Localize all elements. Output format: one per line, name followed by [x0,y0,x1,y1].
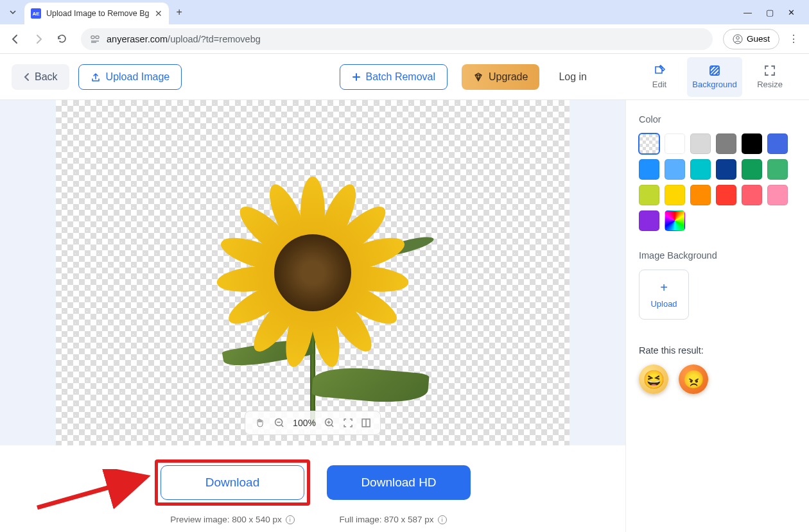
browser-menu-button[interactable]: ⋮ [785,30,803,48]
tab-title: Upload Image to Remove Bg [46,9,150,18]
info-icon[interactable]: i [286,515,295,524]
tab-background-label: Background [692,80,736,89]
close-window-button[interactable]: ✕ [788,8,795,17]
color-swatch[interactable] [716,185,736,205]
full-size-info: Full image: 870 x 587 px i [321,515,465,524]
result-image [56,100,570,445]
image-bg-section-label: Image Background [639,250,796,261]
svg-point-3 [736,36,740,39]
info-icon[interactable]: i [438,515,447,524]
tab-search-dropdown[interactable] [5,4,21,20]
tab-edit[interactable]: Edit [632,57,687,97]
upload-label: Upload Image [106,71,170,83]
compare-button[interactable] [361,418,371,428]
address-bar[interactable]: anyeraser.com/upload/?td=removebg [81,28,713,50]
batch-label: Batch Removal [366,71,436,83]
back-label: Back [35,71,58,83]
pan-tool-button[interactable] [254,417,266,429]
color-swatch[interactable] [639,159,659,180]
download-button[interactable]: Download [161,465,304,500]
window-controls: — ▢ ✕ [744,8,804,17]
color-swatch[interactable] [665,159,685,180]
main-area: 100% Download Download HD Preview image:… [0,100,809,532]
edit-icon [653,64,666,77]
color-grid [639,133,796,231]
rate-happy-button[interactable]: 😆 [639,365,668,394]
svg-rect-1 [96,36,99,39]
upload-background-tile[interactable]: + Upload [639,270,689,320]
preview-size-info: Preview image: 800 x 540 px i [161,515,304,524]
browser-titlebar: AE Upload Image to Remove Bg ✕ + — ▢ ✕ [0,0,809,24]
color-swatch[interactable] [690,159,711,180]
svg-rect-0 [91,36,94,39]
rate-label: Rate this result: [639,345,796,356]
batch-removal-button[interactable]: Batch Removal [340,64,448,90]
zoom-in-button[interactable] [324,417,335,429]
color-swatch[interactable] [665,185,685,205]
image-canvas[interactable]: 100% [56,100,570,445]
minimize-button[interactable]: — [744,8,752,17]
color-swatch[interactable] [639,185,659,205]
color-swatch[interactable] [716,133,736,154]
profile-label: Guest [747,34,770,44]
color-swatch[interactable] [767,185,788,205]
upgrade-button[interactable]: Upgrade [462,64,539,90]
color-section-label: Color [639,114,796,124]
url-text: anyeraser.com/upload/?td=removebg [107,34,261,44]
browser-toolbar: anyeraser.com/upload/?td=removebg Guest … [0,24,809,54]
color-swatch[interactable] [767,133,788,154]
color-swatch[interactable] [742,133,762,154]
site-settings-icon[interactable] [90,34,100,44]
color-swatch[interactable] [690,185,711,205]
nav-back-button[interactable] [6,30,24,48]
tab-resize[interactable]: Resize [742,57,797,97]
zoom-out-button[interactable] [274,417,285,429]
upgrade-label: Upgrade [489,71,528,83]
tab-close-button[interactable]: ✕ [155,8,162,19]
favicon-icon: AE [31,8,41,19]
rate-angry-button[interactable]: 😠 [679,365,708,394]
back-button[interactable]: Back [12,64,69,90]
tab-resize-label: Resize [757,80,783,89]
color-swatch[interactable] [742,159,762,180]
download-hd-button[interactable]: Download HD [327,465,471,500]
tab-edit-label: Edit [652,80,666,89]
rating-row: 😆 😠 [639,365,796,394]
color-swatch[interactable] [639,210,659,231]
app-header: Back Upload Image Batch Removal Upgrade … [0,54,809,100]
color-swatch[interactable] [716,159,736,180]
color-swatch[interactable] [665,210,685,231]
sidebar: Color Image Background + Upload Rate thi… [625,100,809,532]
diamond-icon [473,72,483,82]
nav-forward-button[interactable] [30,30,48,48]
plus-icon: + [660,280,668,295]
login-link[interactable]: Log in [559,71,587,83]
resize-icon [763,64,776,77]
zoom-value: 100% [293,418,316,428]
maximize-button[interactable]: ▢ [766,8,774,17]
plus-icon [352,73,361,82]
canvas-area: 100% Download Download HD Preview image:… [0,100,625,532]
guest-icon [733,34,743,44]
upload-icon [91,72,101,82]
browser-tab[interactable]: AE Upload Image to Remove Bg ✕ [24,3,169,24]
new-tab-button[interactable]: + [177,6,182,18]
color-swatch[interactable] [767,159,788,180]
download-bar: Download Download HD Preview image: 800 … [0,445,625,532]
background-icon [708,64,721,77]
fullscreen-button[interactable] [343,418,353,428]
annotation-highlight: Download [155,459,310,506]
chevron-left-icon [23,73,30,82]
tab-background[interactable]: Background [687,57,742,97]
color-swatch[interactable] [639,133,659,154]
reload-button[interactable] [53,30,71,48]
color-swatch[interactable] [690,133,711,154]
color-swatch[interactable] [742,185,762,205]
upload-image-button[interactable]: Upload Image [78,64,182,90]
zoom-controls: 100% [245,411,381,435]
upload-tile-label: Upload [650,299,677,309]
profile-button[interactable]: Guest [723,29,779,49]
color-swatch[interactable] [665,133,685,154]
